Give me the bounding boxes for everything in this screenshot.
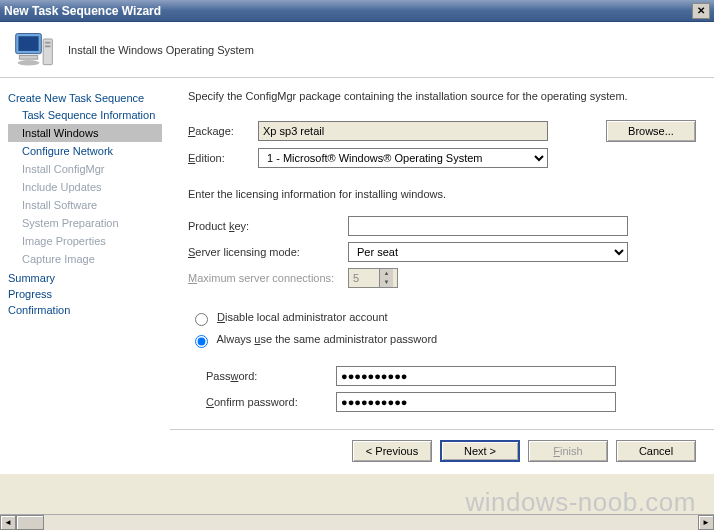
- edition-select[interactable]: 1 - Microsoft® Windows® Operating System: [258, 148, 548, 168]
- same-admin-password-label: Always use the same administrator passwo…: [216, 333, 437, 345]
- package-field[interactable]: [258, 121, 548, 141]
- sidebar-step-capture-image[interactable]: Capture Image: [8, 250, 162, 268]
- svg-point-6: [18, 60, 40, 65]
- sidebar-step-include-updates[interactable]: Include Updates: [8, 178, 162, 196]
- scroll-left-arrow-icon[interactable]: ◄: [0, 515, 16, 530]
- max-server-connections-stepper: ▲ ▼: [348, 268, 398, 288]
- confirm-password-label: Confirm password:: [206, 396, 336, 408]
- scroll-track[interactable]: [16, 515, 698, 530]
- server-licensing-mode-label: Server licensing mode:: [188, 246, 348, 258]
- sidebar-step-install-software[interactable]: Install Software: [8, 196, 162, 214]
- edition-label: Edition:: [188, 152, 258, 164]
- stepper-down-icon: ▼: [379, 278, 393, 287]
- disable-local-admin-label: Disable local administrator account: [217, 311, 388, 323]
- svg-rect-5: [19, 55, 37, 59]
- browse-button[interactable]: Browse...: [606, 120, 696, 142]
- product-key-label: Product key:: [188, 220, 348, 232]
- stepper-up-icon: ▲: [379, 269, 393, 278]
- svg-rect-4: [45, 45, 51, 47]
- max-server-connections-input: [349, 269, 379, 287]
- horizontal-scrollbar[interactable]: ◄ ►: [0, 514, 714, 530]
- sidebar-step-install-windows[interactable]: Install Windows: [8, 124, 162, 142]
- svg-rect-1: [18, 36, 38, 51]
- sidebar-group-title: Create New Task Sequence: [8, 92, 162, 104]
- sidebar-step-task-sequence-information[interactable]: Task Sequence Information: [8, 106, 162, 124]
- wizard-content: Specify the ConfigMgr package containing…: [170, 78, 714, 474]
- next-button[interactable]: Next >: [440, 440, 520, 462]
- close-icon: ✕: [697, 5, 705, 16]
- same-admin-password-radio[interactable]: [195, 335, 208, 348]
- cancel-button[interactable]: Cancel: [616, 440, 696, 462]
- previous-button[interactable]: < Previous: [352, 440, 432, 462]
- password-field[interactable]: [336, 366, 616, 386]
- disable-local-admin-radio[interactable]: [195, 313, 208, 326]
- wizard-header: Install the Windows Operating System: [0, 22, 714, 78]
- confirm-password-field[interactable]: [336, 392, 616, 412]
- product-key-field[interactable]: [348, 216, 628, 236]
- licensing-instruction: Enter the licensing information for inst…: [188, 188, 696, 200]
- max-server-connections-label: Maximum server connections:: [188, 272, 348, 284]
- server-licensing-mode-select[interactable]: Per seat: [348, 242, 628, 262]
- svg-rect-3: [45, 41, 51, 43]
- sidebar-item-confirmation[interactable]: Confirmation: [8, 304, 162, 316]
- scroll-right-arrow-icon[interactable]: ►: [698, 515, 714, 530]
- wizard-button-row: < Previous Next > Finish Cancel: [170, 429, 714, 474]
- sidebar-step-configure-network[interactable]: Configure Network: [8, 142, 162, 160]
- scroll-thumb[interactable]: [16, 515, 44, 530]
- sidebar-step-install-configmgr[interactable]: Install ConfigMgr: [8, 160, 162, 178]
- sidebar-step-system-preparation[interactable]: System Preparation: [8, 214, 162, 232]
- wizard-sidebar: Create New Task Sequence Task Sequence I…: [0, 78, 170, 474]
- sidebar-item-summary[interactable]: Summary: [8, 272, 162, 284]
- wizard-subtitle: Install the Windows Operating System: [68, 44, 254, 56]
- sidebar-item-progress[interactable]: Progress: [8, 288, 162, 300]
- password-label: Password:: [206, 370, 336, 382]
- wizard-body: Create New Task Sequence Task Sequence I…: [0, 78, 714, 474]
- instruction-text: Specify the ConfigMgr package containing…: [188, 90, 696, 102]
- window-title: New Task Sequence Wizard: [4, 4, 692, 18]
- close-button[interactable]: ✕: [692, 3, 710, 19]
- finish-button: Finish: [528, 440, 608, 462]
- title-bar: New Task Sequence Wizard ✕: [0, 0, 714, 22]
- computer-icon: [12, 30, 56, 70]
- package-label: Package:: [188, 125, 258, 137]
- sidebar-step-image-properties[interactable]: Image Properties: [8, 232, 162, 250]
